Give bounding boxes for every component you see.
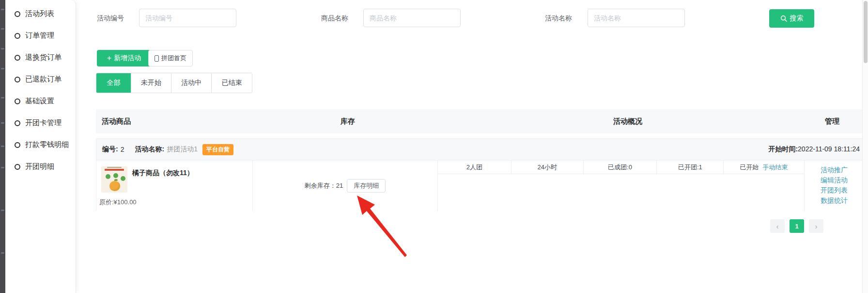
sidebar-item-payment-detail[interactable]: 打款零钱明细: [5, 134, 76, 156]
product-original-price: 原价:¥100.00: [99, 198, 137, 207]
sidebar-item-label: 活动列表: [25, 9, 54, 18]
sidebar-item-label: 已退款订单: [25, 75, 62, 84]
product-cell: 橘子商品（勿改11） 原价:¥100.00: [96, 161, 253, 211]
activity-row: 编号: 2 活动名称: 拼团活动1 平台自营 开始时间:2022-11-09 1…: [96, 138, 864, 211]
col-header-stock: 库存: [341, 117, 355, 126]
radio-circle-icon: [15, 77, 20, 82]
sidebar: 活动列表 订单管理 退换货订单 已退款订单 基础设置 开团卡管理 打款零钱明细: [5, 0, 76, 293]
start-time-label: 开始时间:: [768, 145, 798, 153]
activity-id-input[interactable]: [139, 9, 236, 27]
sidebar-item-return-orders[interactable]: 退换货订单: [5, 47, 76, 68]
radio-circle-icon: [15, 33, 20, 39]
edit-activity-link[interactable]: 编辑活动: [821, 175, 848, 185]
activity-name-input[interactable]: [588, 9, 685, 27]
radio-circle-icon: [15, 120, 20, 126]
tab-not-started[interactable]: 未开始: [131, 73, 171, 93]
radio-circle-icon: [15, 55, 20, 61]
group-home-label: 拼团首页: [161, 54, 186, 63]
activity-name-filter-label: 活动名称: [545, 14, 572, 23]
overview-status-cell: 已开始 手动结束: [724, 161, 804, 174]
sidebar-item-group-open-detail[interactable]: 开团明细: [5, 156, 76, 178]
status-tab-bar: 全部 未开始 活动中 已结束: [96, 73, 252, 93]
sidebar-item-label: 退换货订单: [25, 53, 62, 62]
activity-name-value: 拼团活动1: [167, 145, 198, 154]
sidebar-item-label: 开团卡管理: [25, 118, 62, 128]
col-header-product: 活动商品: [102, 117, 131, 126]
sidebar-item-basic-settings[interactable]: 基础设置: [5, 90, 76, 112]
overview-group-size: 2人团: [438, 161, 512, 174]
platform-badge: 平台自营: [202, 144, 233, 155]
phone-icon: [155, 55, 159, 62]
tab-ended[interactable]: 已结束: [212, 73, 252, 93]
sidebar-item-label: 订单管理: [25, 31, 54, 40]
product-name-input[interactable]: [363, 9, 461, 27]
product-name-filter-label: 商品名称: [321, 14, 348, 23]
plus-icon: +: [107, 55, 111, 62]
overview-cell: 2人团 24小时 已成团:0 已开团:1 已开始 手动结束: [438, 161, 805, 211]
sidebar-item-label: 开团明细: [25, 162, 54, 171]
search-button-label: 搜索: [790, 14, 804, 23]
product-title: 橘子商品（勿改11）: [132, 169, 194, 178]
table-header: 活动商品 库存 活动概况 管理: [96, 109, 864, 133]
start-time-value: 2022-11-09 18:11:24: [798, 145, 860, 153]
overview-sub-row: 2人团 24小时 已成团:0 已开团:1 已开始 手动结束: [438, 161, 804, 174]
scrollbar-thumb[interactable]: [864, 1, 868, 63]
radio-circle-icon: [15, 11, 20, 17]
background-window-edge: [0, 0, 5, 293]
tab-in-progress[interactable]: 活动中: [171, 73, 212, 93]
start-time: 开始时间:2022-11-09 18:11:24: [768, 145, 860, 154]
activity-id-value: 2: [121, 146, 124, 153]
overview-duration: 24小时: [512, 161, 584, 174]
activity-id-filter-label: 活动编号: [97, 14, 124, 23]
group-home-button[interactable]: 拼团首页: [148, 50, 193, 66]
sidebar-item-label: 打款零钱明细: [25, 140, 69, 149]
search-button[interactable]: 搜索: [769, 9, 814, 28]
radio-circle-icon: [15, 142, 20, 148]
pagination: ‹ 1 ›: [770, 219, 823, 233]
pagination-next-button[interactable]: ›: [809, 219, 823, 233]
col-header-manage: 管理: [825, 117, 839, 126]
sidebar-item-group-card-management[interactable]: 开团卡管理: [5, 112, 76, 134]
stock-detail-button[interactable]: 库存明细: [347, 179, 386, 193]
sidebar-item-refunded-orders[interactable]: 已退款订单: [5, 68, 76, 90]
sidebar-item-order-management[interactable]: 订单管理: [5, 25, 76, 47]
overview-completed-groups: 已成团:0: [584, 161, 657, 174]
pagination-page-1[interactable]: 1: [790, 219, 804, 233]
overview-opened-groups: 已开团:1: [657, 161, 724, 174]
sidebar-item-label: 基础设置: [25, 97, 54, 106]
tab-all[interactable]: 全部: [96, 73, 131, 93]
status-text: 已开始: [740, 163, 759, 172]
product-thumbnail: [101, 166, 127, 193]
radio-circle-icon: [15, 98, 20, 104]
search-icon: [780, 15, 787, 22]
add-activity-label: 新增活动: [114, 54, 141, 63]
pagination-prev-button[interactable]: ‹: [770, 219, 785, 233]
remaining-stock-text: 剩余库存：21: [305, 181, 343, 190]
promote-activity-link[interactable]: 活动推广: [821, 165, 848, 175]
data-statistics-link[interactable]: 数据统计: [821, 195, 848, 206]
group-list-link[interactable]: 开团列表: [821, 185, 848, 195]
col-header-overview: 活动概况: [613, 117, 642, 126]
activity-id-label: 编号:: [102, 145, 118, 154]
app-window: 活动列表 订单管理 退换货订单 已退款订单 基础设置 开团卡管理 打款零钱明细: [0, 0, 868, 293]
stock-cell: 剩余库存：21 库存明细: [253, 161, 438, 211]
vertical-scrollbar[interactable]: [862, 0, 868, 293]
activity-row-header: 编号: 2 活动名称: 拼团活动1 平台自营 开始时间:2022-11-09 1…: [96, 139, 864, 161]
activity-row-body: 橘子商品（勿改11） 原价:¥100.00 剩余库存：21 库存明细 2人团 2…: [96, 161, 864, 211]
activity-name-label: 活动名称:: [135, 145, 164, 154]
radio-circle-icon: [15, 164, 20, 170]
sidebar-item-activity-list[interactable]: 活动列表: [5, 3, 76, 25]
manual-end-link[interactable]: 手动结束: [763, 163, 788, 172]
add-activity-button[interactable]: + 新增活动: [97, 50, 151, 66]
manage-cell: 活动推广 编辑活动 开团列表 数据统计: [805, 161, 864, 211]
